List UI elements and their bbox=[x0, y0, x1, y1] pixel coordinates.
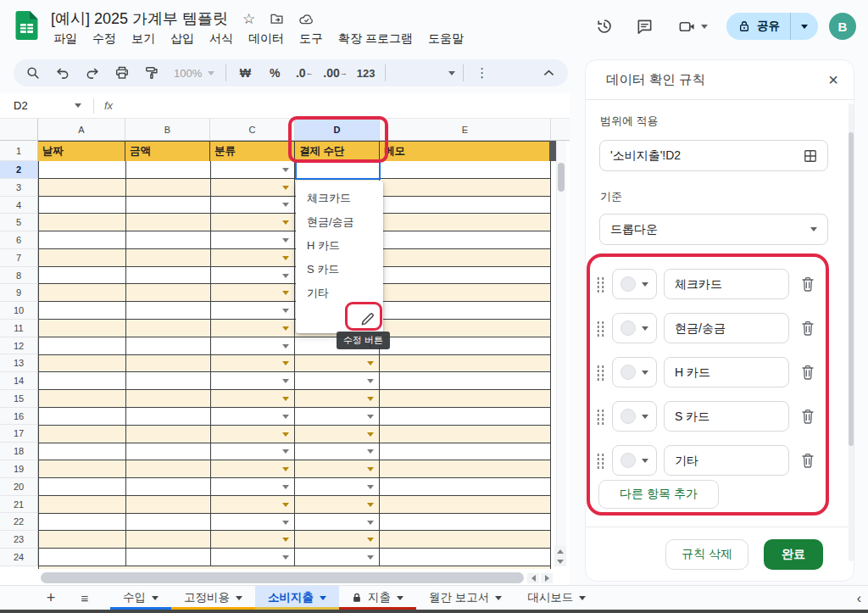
sheet-tab-2[interactable]: 소비지출 bbox=[255, 586, 339, 610]
cell-E2[interactable] bbox=[380, 161, 551, 179]
cell-E13[interactable] bbox=[380, 355, 551, 373]
dropdown-arrow-icon[interactable] bbox=[282, 432, 289, 437]
cell-A24[interactable] bbox=[39, 549, 126, 566]
dropdown-arrow-icon[interactable] bbox=[282, 538, 289, 542]
print-icon[interactable] bbox=[111, 62, 133, 84]
cell-C24[interactable] bbox=[211, 549, 296, 566]
dropdown-arrow-icon[interactable] bbox=[282, 186, 289, 190]
cell-E7[interactable] bbox=[380, 249, 551, 267]
cell-C10[interactable] bbox=[211, 302, 296, 320]
cell-C17[interactable] bbox=[211, 426, 296, 443]
dropdown-arrow-icon[interactable] bbox=[367, 449, 374, 454]
cell-C16[interactable] bbox=[211, 408, 296, 426]
scroll-tabs-left-icon[interactable]: ‹ bbox=[857, 586, 861, 610]
search-icon[interactable] bbox=[22, 62, 44, 84]
row-header-14[interactable]: 14 bbox=[0, 372, 38, 390]
cell-D23[interactable] bbox=[295, 531, 380, 549]
cell-B4[interactable] bbox=[126, 197, 211, 215]
meet-presentation-button[interactable] bbox=[670, 18, 715, 36]
cell-D18[interactable] bbox=[295, 443, 380, 461]
cell-D19[interactable] bbox=[295, 460, 380, 478]
cell-B2[interactable] bbox=[126, 161, 211, 179]
dropdown-arrow-icon[interactable] bbox=[282, 415, 289, 419]
delete-item-icon[interactable] bbox=[801, 365, 815, 380]
cell-C8[interactable] bbox=[211, 267, 296, 285]
cell-A3[interactable] bbox=[39, 179, 126, 197]
panel-scrollbar-thumb[interactable] bbox=[849, 132, 854, 446]
dropdown-arrow-icon[interactable] bbox=[282, 256, 289, 260]
row-header-23[interactable]: 23 bbox=[0, 531, 38, 549]
zoom-select[interactable]: 100% bbox=[170, 67, 218, 80]
cell-B24[interactable] bbox=[126, 549, 211, 566]
dropdown-arrow-icon[interactable] bbox=[282, 449, 289, 454]
scroll-left-button[interactable] bbox=[527, 573, 539, 583]
cell-C21[interactable] bbox=[211, 496, 296, 514]
cell-C7[interactable] bbox=[211, 249, 296, 267]
chevron-down-icon[interactable] bbox=[448, 71, 455, 75]
cell-E8[interactable] bbox=[380, 267, 551, 285]
row-header-3[interactable]: 3 bbox=[0, 179, 38, 197]
dropdown-arrow-icon[interactable] bbox=[282, 168, 289, 172]
cell-A19[interactable] bbox=[39, 460, 126, 478]
undo-icon[interactable] bbox=[52, 62, 74, 84]
cell-A16[interactable] bbox=[39, 408, 126, 426]
cell-B5[interactable] bbox=[126, 214, 211, 231]
cell-B7[interactable] bbox=[126, 249, 211, 267]
row-header-5[interactable]: 5 bbox=[0, 214, 38, 231]
sheets-logo-icon[interactable] bbox=[15, 11, 38, 43]
row-header-11[interactable]: 11 bbox=[0, 320, 38, 337]
cell-E5[interactable] bbox=[380, 214, 551, 231]
cell-A8[interactable] bbox=[39, 267, 126, 285]
cell-D17[interactable] bbox=[295, 426, 380, 443]
cell-C14[interactable] bbox=[211, 372, 296, 390]
criteria-select[interactable]: 드롭다운 bbox=[599, 214, 828, 245]
cell-E6[interactable] bbox=[380, 231, 551, 249]
dropdown-arrow-icon[interactable] bbox=[282, 485, 289, 489]
dropdown-arrow-icon[interactable] bbox=[367, 415, 374, 419]
cell-C20[interactable] bbox=[211, 478, 296, 496]
cell-B21[interactable] bbox=[126, 496, 211, 514]
dropdown-arrow-icon[interactable] bbox=[282, 379, 289, 383]
scroll-up-button[interactable] bbox=[554, 546, 566, 556]
menu-item-8[interactable]: 도움말 bbox=[420, 30, 471, 48]
item-text-field[interactable]: 체크카드 bbox=[664, 269, 789, 299]
percent-format-button[interactable]: % bbox=[264, 62, 286, 84]
dropdown-option-4[interactable]: 기타 bbox=[296, 281, 383, 305]
share-dropdown-button[interactable] bbox=[791, 13, 818, 40]
row-header-12[interactable]: 12 bbox=[0, 337, 38, 355]
chevron-down-icon[interactable] bbox=[75, 103, 81, 108]
dropdown-arrow-icon[interactable] bbox=[282, 503, 289, 507]
dropdown-arrow-icon[interactable] bbox=[367, 379, 374, 383]
chevron-down-icon[interactable] bbox=[320, 596, 326, 600]
cell-E23[interactable] bbox=[380, 531, 551, 549]
dropdown-arrow-icon[interactable] bbox=[282, 220, 289, 225]
cell-B15[interactable] bbox=[126, 390, 211, 408]
dropdown-arrow-icon[interactable] bbox=[367, 555, 374, 560]
menu-item-0[interactable]: 파일 bbox=[46, 30, 85, 48]
cell-E24[interactable] bbox=[380, 549, 551, 566]
dropdown-arrow-icon[interactable] bbox=[282, 291, 289, 295]
cell-C3[interactable] bbox=[211, 179, 296, 197]
dropdown-arrow-icon[interactable] bbox=[367, 397, 374, 401]
account-avatar[interactable]: B bbox=[829, 13, 856, 40]
cell-A23[interactable] bbox=[39, 531, 126, 549]
star-icon[interactable]: ☆ bbox=[242, 10, 255, 28]
cell-A14[interactable] bbox=[39, 372, 126, 390]
cell-C19[interactable] bbox=[211, 460, 296, 478]
cell-C18[interactable] bbox=[211, 443, 296, 461]
cell-A7[interactable] bbox=[39, 249, 126, 267]
done-button[interactable]: 완료 bbox=[764, 539, 823, 570]
horizontal-scrollbar-thumb[interactable] bbox=[41, 572, 524, 583]
item-text-field[interactable]: H 카드 bbox=[664, 357, 789, 387]
all-sheets-icon[interactable]: ≡ bbox=[71, 586, 98, 610]
row-header-18[interactable]: 18 bbox=[0, 443, 38, 460]
chevron-down-icon[interactable] bbox=[495, 596, 502, 600]
delete-item-icon[interactable] bbox=[801, 276, 815, 292]
item-text-field[interactable]: 현금/송금 bbox=[664, 313, 789, 343]
dropdown-arrow-icon[interactable] bbox=[367, 521, 374, 525]
cell-E9[interactable] bbox=[380, 284, 551, 302]
cell-E10[interactable] bbox=[380, 302, 551, 320]
cell-A12[interactable] bbox=[39, 337, 126, 355]
cell-A10[interactable] bbox=[39, 302, 126, 320]
cell-B11[interactable] bbox=[126, 320, 211, 337]
